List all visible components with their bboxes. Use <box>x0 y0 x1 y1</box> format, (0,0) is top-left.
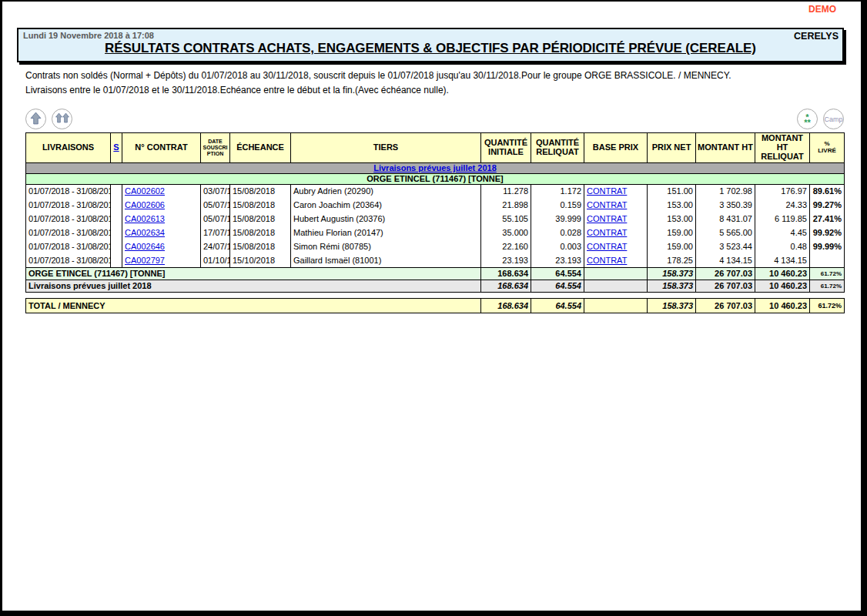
scroll-top-fast-button[interactable] <box>52 109 72 129</box>
campaign-icon: Camp <box>824 116 842 123</box>
table-row: 01/07/2018 - 31/08/2018 CA002646 24/07/1… <box>26 239 845 253</box>
col-quantite-reliquat: QUANTITÉ RELIQUAT <box>531 133 584 163</box>
col-quantite-initiale: QUANTITÉ INITIALE <box>481 133 531 163</box>
montant-ht-reliquat-cell: 24.33 <box>755 198 810 212</box>
qte-initiale-cell: 23.193 <box>481 253 531 267</box>
col-date-souscription: DATE SOUSCRI PTION <box>201 133 230 163</box>
tiers-cell: Mathieu Florian (20147) <box>291 226 481 239</box>
col-livraisons: LIVRAISONS <box>26 133 111 163</box>
double-up-arrow-icon <box>55 112 69 126</box>
base-prix-link[interactable]: CONTRAT <box>587 200 627 209</box>
echeance-cell: 15/08/2018 <box>230 239 291 253</box>
report-description-line2: Livraisons entre le 01/07/2018 et le 30/… <box>25 83 838 98</box>
stars-button[interactable]: * ** <box>797 109 818 129</box>
contract-link[interactable]: CA002646 <box>125 242 165 251</box>
species-band-label: ORGE ETINCEL (711467) [TONNE] <box>26 173 845 184</box>
report-description: Contrats non soldés (Normal + Dépôts) du… <box>25 69 838 98</box>
toolbar-left-group <box>25 109 72 129</box>
contract-link[interactable]: CA002797 <box>125 256 165 265</box>
campaign-button[interactable]: Camp <box>823 109 844 129</box>
total-table: TOTAL / MENNECY 168.634 64.554 158.373 2… <box>25 298 845 313</box>
qte-reliquat-cell: 23.193 <box>531 253 584 267</box>
qte-reliquat-cell: 0.028 <box>531 226 584 239</box>
montant-ht-cell: 3 523.44 <box>696 239 755 253</box>
summary-qte-reliquat: 64.554 <box>531 267 584 280</box>
base-prix-link[interactable]: CONTRAT <box>587 186 627 196</box>
table-row: 01/07/2018 - 31/08/2018 CA002634 17/07/1… <box>26 226 845 239</box>
qte-initiale-cell: 21.898 <box>481 198 531 212</box>
base-prix-link[interactable]: CONTRAT <box>587 214 627 223</box>
summary-label: Livraisons prévues juillet 2018 <box>26 280 481 292</box>
prix-net-cell: 151.00 <box>648 184 696 198</box>
col-prix-net: PRIX NET <box>648 133 696 163</box>
col-echeance: ÉCHEANCE <box>230 133 291 163</box>
total-montant-ht: 26 707.03 <box>696 298 755 313</box>
qte-initiale-cell: 55.105 <box>481 212 531 226</box>
total-prix-net: 158.373 <box>648 298 696 313</box>
base-prix-cell: CONTRAT <box>584 184 648 198</box>
souscription-cell: 24/07/18 <box>201 239 230 253</box>
toolbar: * ** Camp <box>25 109 844 129</box>
s-cell <box>111 184 122 198</box>
scroll-top-button[interactable] <box>25 109 46 129</box>
sort-s-link[interactable]: S <box>113 142 119 152</box>
pct-livre-cell <box>810 253 845 267</box>
page-frame: DEMO Lundi 19 Novembre 2018 à 17:08 CERE… <box>0 0 867 616</box>
report-datetime: Lundi 19 Novembre 2018 à 17:08 <box>23 31 838 40</box>
results-table: LIVRAISONS S N° CONTRAT DATE SOUSCRI PTI… <box>25 132 845 293</box>
contract-link[interactable]: CA002606 <box>125 200 165 209</box>
summary-pct-livre: 61.72% <box>810 267 845 280</box>
echeance-cell: 15/10/2018 <box>230 253 291 267</box>
contract-link[interactable]: CA002634 <box>125 228 165 237</box>
montant-ht-reliquat-cell: 4.45 <box>755 226 810 239</box>
species-band-row: ORGE ETINCEL (711467) [TONNE] <box>26 173 845 184</box>
qte-reliquat-cell: 0.003 <box>531 239 584 253</box>
livraisons-cell: 01/07/2018 - 31/08/2018 <box>26 212 111 226</box>
prix-net-cell: 159.00 <box>648 226 696 239</box>
montant-ht-reliquat-cell: 0.48 <box>755 239 810 253</box>
base-prix-link[interactable]: CONTRAT <box>587 228 627 237</box>
summary-label: ORGE ETINCEL (711467) [TONNE] <box>26 267 481 280</box>
tiers-cell: Caron Joachim (20364) <box>291 198 481 212</box>
livraisons-cell: 01/07/2018 - 31/08/2018 <box>26 239 111 253</box>
stars-icon: * ** <box>804 112 811 126</box>
souscription-cell: 05/07/18 <box>201 212 230 226</box>
summary-base-prix <box>584 280 648 292</box>
contract-cell: CA002634 <box>122 226 201 239</box>
contract-link[interactable]: CA002613 <box>125 214 165 223</box>
tiers-cell: Hubert Augustin (20376) <box>291 212 481 226</box>
pct-livre-cell: 89.61% <box>810 184 845 198</box>
col-base-prix: BASE PRIX <box>584 133 648 163</box>
total-qte-reliquat: 64.554 <box>531 298 584 313</box>
contract-link[interactable]: CA002602 <box>125 186 165 196</box>
summary-row-period: Livraisons prévues juillet 2018 168.634 … <box>26 280 845 292</box>
qte-initiale-cell: 22.160 <box>481 239 531 253</box>
tiers-cell: Aubry Adrien (20290) <box>291 184 481 198</box>
livraisons-cell: 01/07/2018 - 31/08/2018 <box>26 226 111 239</box>
period-band-link[interactable]: Livraisons prévues juillet 2018 <box>373 163 497 172</box>
col-s: S <box>111 133 122 163</box>
prix-net-cell: 153.00 <box>648 198 696 212</box>
pct-livre-cell: 99.27% <box>810 198 845 212</box>
summary-qte-initiale: 168.634 <box>481 267 531 280</box>
contract-cell: CA002797 <box>122 253 201 267</box>
montant-ht-cell: 1 702.98 <box>696 184 755 198</box>
pct-livre-cell: 99.99% <box>810 239 845 253</box>
montant-ht-cell: 5 565.00 <box>696 226 755 239</box>
total-pct-livre: 61.72% <box>810 298 845 313</box>
toolbar-right-group: * ** Camp <box>797 109 844 129</box>
montant-ht-cell: 4 134.15 <box>696 253 755 267</box>
prix-net-cell: 159.00 <box>648 239 696 253</box>
prix-net-cell: 153.00 <box>648 212 696 226</box>
montant-ht-reliquat-cell: 176.97 <box>755 184 810 198</box>
demo-badge: DEMO <box>808 4 836 15</box>
col-montant-ht: MONTANT HT <box>696 133 755 163</box>
base-prix-link[interactable]: CONTRAT <box>587 242 627 251</box>
prix-net-cell: 178.25 <box>648 253 696 267</box>
summary-montant-ht: 26 707.03 <box>696 267 755 280</box>
qte-initiale-cell: 11.278 <box>481 184 531 198</box>
up-arrow-icon <box>29 112 42 127</box>
brand-label: CERELYS <box>794 31 839 42</box>
livraisons-cell: 01/07/2018 - 31/08/2018 <box>26 253 111 267</box>
base-prix-link[interactable]: CONTRAT <box>587 256 627 265</box>
